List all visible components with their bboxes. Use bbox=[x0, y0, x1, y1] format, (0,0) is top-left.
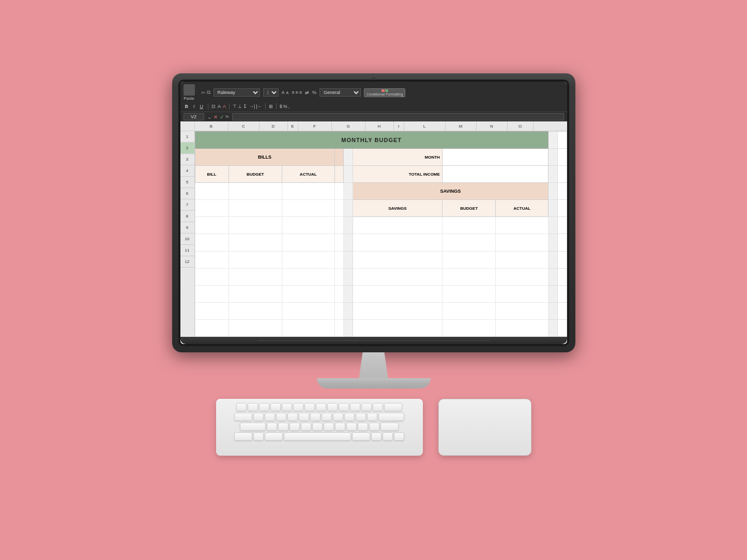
font-size-select[interactable]: 10 bbox=[263, 88, 279, 97]
fn-key[interactable] bbox=[234, 432, 252, 441]
income-label-cell[interactable]: TOTAL INCOME bbox=[353, 166, 443, 183]
confirm-icon[interactable]: ✓ bbox=[220, 114, 224, 120]
percent-icon[interactable]: % bbox=[283, 104, 287, 109]
comma-icon[interactable]: , bbox=[288, 104, 290, 109]
key[interactable] bbox=[312, 423, 323, 431]
key[interactable] bbox=[335, 423, 345, 431]
savb-r11[interactable] bbox=[442, 302, 496, 319]
sava-r11[interactable] bbox=[496, 302, 548, 319]
savb-r8[interactable] bbox=[442, 251, 496, 268]
key[interactable] bbox=[350, 403, 360, 411]
sava-r12[interactable] bbox=[496, 319, 548, 336]
budget-r6[interactable] bbox=[228, 217, 282, 234]
col-header-i[interactable]: I bbox=[394, 121, 404, 131]
key[interactable] bbox=[301, 423, 311, 431]
key[interactable] bbox=[248, 403, 258, 411]
row-header-10[interactable]: 10 bbox=[180, 234, 194, 245]
key[interactable] bbox=[356, 413, 366, 421]
top-align-icon[interactable]: ⊤ bbox=[233, 104, 237, 109]
sava-r7[interactable] bbox=[496, 234, 548, 251]
copy-icon[interactable]: ⧉ bbox=[207, 89, 210, 96]
savb-r12[interactable] bbox=[442, 319, 496, 336]
col-header-l[interactable]: L bbox=[404, 121, 446, 131]
bill-data-2[interactable] bbox=[195, 200, 228, 217]
col-header-e[interactable]: E bbox=[288, 121, 298, 131]
sav-r12[interactable] bbox=[353, 319, 443, 336]
expand-icon[interactable]: ⌄ bbox=[207, 114, 211, 120]
row-header-6[interactable]: 6 bbox=[180, 188, 194, 199]
sav-r9[interactable] bbox=[353, 268, 443, 285]
underline-btn[interactable]: U bbox=[199, 103, 205, 110]
sava-r10[interactable] bbox=[496, 285, 548, 302]
conditional-formatting-btn[interactable]: Conditional Formatting bbox=[364, 88, 405, 97]
row-header-7[interactable]: 7 bbox=[180, 199, 194, 211]
function-icon[interactable]: fx bbox=[226, 114, 229, 120]
formula-input[interactable] bbox=[232, 113, 564, 120]
key[interactable] bbox=[276, 413, 286, 421]
paste-label[interactable]: Paste bbox=[184, 96, 194, 101]
key[interactable] bbox=[346, 423, 357, 431]
key[interactable] bbox=[367, 413, 377, 421]
actual-r11[interactable] bbox=[282, 302, 334, 319]
border-icon[interactable]: ⊡ bbox=[211, 104, 216, 109]
savb-r6[interactable] bbox=[442, 217, 496, 234]
key[interactable] bbox=[371, 432, 382, 441]
actual-r8[interactable] bbox=[282, 251, 334, 268]
key[interactable] bbox=[358, 423, 368, 431]
increase-font-icon[interactable]: A bbox=[282, 90, 285, 95]
dollar-icon[interactable]: $ bbox=[280, 104, 282, 109]
delete-key[interactable] bbox=[384, 403, 402, 411]
bill-r11[interactable] bbox=[195, 302, 228, 319]
middle-align-icon[interactable]: ⊥ bbox=[238, 104, 242, 109]
bill-r10[interactable] bbox=[195, 285, 228, 302]
number-format-select[interactable]: General bbox=[319, 88, 361, 97]
budget-data-1[interactable] bbox=[228, 183, 282, 200]
sav-r7[interactable] bbox=[353, 234, 443, 251]
wrap-icon[interactable]: ⇌ bbox=[305, 90, 309, 95]
fill-color-icon[interactable]: A bbox=[218, 104, 221, 109]
key[interactable] bbox=[267, 423, 277, 431]
cmd-key[interactable] bbox=[265, 432, 283, 441]
row-header-1[interactable]: 1 bbox=[180, 131, 194, 143]
row-header-11[interactable]: 11 bbox=[180, 245, 194, 256]
key[interactable] bbox=[310, 413, 321, 421]
row-header-3[interactable]: 3 bbox=[180, 154, 194, 165]
indent-icon[interactable]: →| bbox=[249, 104, 255, 109]
space-key[interactable] bbox=[284, 432, 351, 441]
budget-r12[interactable] bbox=[228, 319, 282, 336]
key[interactable] bbox=[259, 403, 269, 411]
sava-r9[interactable] bbox=[496, 268, 548, 285]
budget-r8[interactable] bbox=[228, 251, 282, 268]
bill-data-1[interactable] bbox=[195, 183, 228, 200]
income-value-cell[interactable] bbox=[442, 166, 548, 183]
caps-key[interactable] bbox=[240, 423, 266, 431]
key[interactable] bbox=[299, 413, 309, 421]
key[interactable] bbox=[265, 413, 275, 421]
budget-data-2[interactable] bbox=[228, 200, 282, 217]
merge-icon[interactable]: ⊞ bbox=[269, 104, 273, 109]
bill-r8[interactable] bbox=[195, 251, 228, 268]
col-header-g[interactable]: G bbox=[332, 121, 365, 131]
key[interactable] bbox=[236, 403, 247, 411]
italic-btn[interactable]: I bbox=[192, 103, 196, 110]
align-center-icon[interactable]: ≡ bbox=[295, 90, 298, 95]
col-header-c[interactable]: C bbox=[228, 121, 260, 131]
key[interactable] bbox=[369, 423, 379, 431]
key[interactable] bbox=[304, 403, 315, 411]
key[interactable] bbox=[316, 403, 326, 411]
shift-key[interactable] bbox=[380, 423, 399, 431]
budget-r9[interactable] bbox=[228, 268, 282, 285]
key[interactable] bbox=[327, 403, 338, 411]
key[interactable] bbox=[322, 413, 332, 421]
row-header-12[interactable]: 12 bbox=[180, 256, 194, 268]
cell-reference[interactable] bbox=[184, 113, 204, 120]
col-header-o[interactable]: O bbox=[508, 121, 533, 131]
sav-r6[interactable] bbox=[353, 217, 443, 234]
col-header-d[interactable]: D bbox=[260, 121, 288, 131]
key[interactable] bbox=[339, 403, 349, 411]
key[interactable] bbox=[289, 423, 300, 431]
sav-r11[interactable] bbox=[353, 302, 443, 319]
cancel-icon[interactable]: ✕ bbox=[214, 114, 218, 120]
actual-data-2[interactable] bbox=[282, 200, 334, 217]
font-select[interactable]: Raleway bbox=[214, 88, 260, 97]
